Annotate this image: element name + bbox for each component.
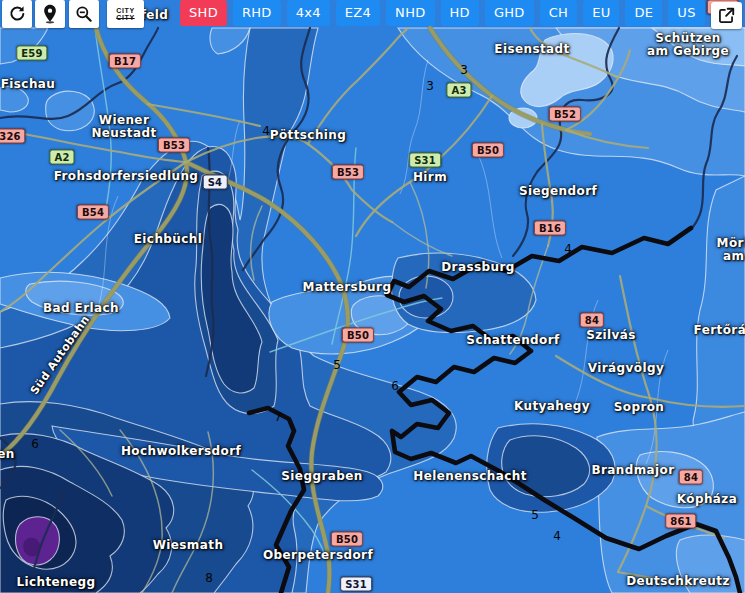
- zoom-out-button[interactable]: [69, 0, 99, 28]
- locate-button[interactable]: [35, 0, 65, 28]
- mode-chip-nhd[interactable]: NHD: [386, 0, 434, 26]
- share-button[interactable]: [711, 2, 742, 29]
- mode-chip-rhd[interactable]: RHD: [233, 0, 281, 26]
- location-pin-icon: [40, 3, 60, 25]
- zoom-out-icon: [74, 4, 94, 24]
- city-toggle-label-on: CITY: [116, 7, 134, 14]
- share-icon: [717, 6, 736, 25]
- refresh-icon: [7, 4, 27, 24]
- mode-chip-us[interactable]: US: [668, 0, 704, 26]
- mode-chip-ch[interactable]: CH: [540, 0, 577, 26]
- map-canvas[interactable]: [0, 0, 745, 593]
- city-toggle-label-off: CITY: [116, 14, 134, 21]
- weather-map-app: FischauWienerNeustadtPöttschingEisenstad…: [0, 0, 745, 593]
- mode-chip-eu[interactable]: EU: [583, 0, 619, 26]
- city-labels-toggle[interactable]: CITY CITY: [107, 0, 144, 28]
- mode-chips: SHDRHD4x4EZ4NHDHDGHDCHEUDEUS: [180, 0, 705, 26]
- refresh-button[interactable]: [2, 0, 32, 28]
- mode-chip-shd[interactable]: SHD: [180, 0, 227, 26]
- mode-chip-hd[interactable]: HD: [441, 0, 479, 26]
- mode-chip-de[interactable]: DE: [625, 0, 662, 26]
- mode-chip-ghd[interactable]: GHD: [485, 0, 534, 26]
- mode-chip-ez4[interactable]: EZ4: [336, 0, 380, 26]
- toolbar: CITY CITY SHDRHD4x4EZ4NHDHDGHDCHEUDEUS: [0, 0, 745, 30]
- mode-chip-4x4[interactable]: 4x4: [287, 0, 330, 26]
